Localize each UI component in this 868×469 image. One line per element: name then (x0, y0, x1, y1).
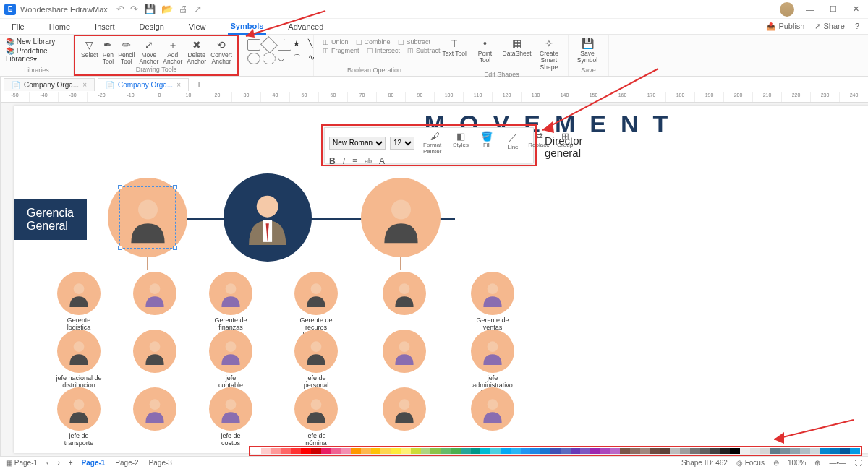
delete-anchor-tool[interactable]: ✖Delete Anchor (187, 39, 206, 66)
menu-view[interactable]: View (186, 20, 209, 34)
move-anchor-tool[interactable]: ⤢Move Anchor (139, 39, 158, 66)
bold-button[interactable]: B (329, 156, 336, 166)
select-tool[interactable]: ▽Select (81, 39, 98, 59)
color-swatch[interactable] (321, 448, 331, 454)
page-tab-1[interactable]: Page-1 (82, 459, 106, 467)
org-node[interactable]: Gerente logistica (50, 272, 108, 332)
prev-page[interactable]: ‹ (46, 459, 48, 467)
page-indicator[interactable]: ▦ Page-1 (6, 459, 38, 467)
node-director[interactable] (224, 173, 312, 262)
edit-tool-3[interactable]: ✧Create Smart Shape (536, 38, 562, 71)
color-swatch[interactable] (720, 448, 730, 454)
ft-replace[interactable]: ⇄Replace (527, 131, 550, 155)
next-page[interactable]: › (57, 459, 59, 467)
color-swatch[interactable] (351, 448, 361, 454)
edit-tool-1[interactable]: •Point Tool (472, 38, 498, 64)
new-library-button[interactable]: 📚 New Library (6, 38, 55, 46)
org-node[interactable] (375, 387, 433, 431)
node-gerencia-right[interactable] (361, 178, 441, 257)
pen-tool[interactable]: ✒Pen Tool (103, 39, 114, 66)
export-icon[interactable]: ↗ (194, 4, 202, 14)
new-tab-button[interactable]: + (192, 79, 206, 90)
org-node[interactable]: Gerente de finanzas (202, 272, 260, 332)
shape-picker[interactable]: ★╲ ◡⌒∿ (244, 36, 307, 67)
menu-symbols[interactable]: Symbols (228, 19, 267, 35)
color-swatch[interactable] (461, 448, 471, 454)
combine-button[interactable]: ◫ Combine (353, 38, 393, 46)
menu-insert[interactable]: Insert (92, 20, 118, 34)
font-color-button[interactable]: A (379, 156, 385, 166)
color-swatch[interactable] (561, 448, 571, 454)
color-swatch[interactable] (610, 448, 621, 454)
color-swatch[interactable] (401, 448, 411, 454)
color-swatch[interactable] (810, 448, 820, 454)
zoom-level[interactable]: 100% (788, 459, 807, 467)
color-swatch[interactable] (780, 448, 790, 454)
color-swatch[interactable] (251, 448, 261, 454)
zoom-slider[interactable]: —•— (829, 459, 846, 467)
org-node[interactable]: jefe contable (202, 330, 260, 390)
org-node[interactable]: jefe de nómina (287, 387, 345, 447)
color-swatch[interactable] (590, 448, 600, 454)
doc-tab-1[interactable]: 📄 Company Orga... × (4, 78, 95, 91)
color-swatch[interactable] (451, 448, 461, 454)
org-node[interactable] (464, 387, 522, 431)
color-swatch[interactable] (850, 448, 860, 454)
menu-advanced[interactable]: Advanced (285, 20, 326, 34)
color-swatch[interactable] (361, 448, 371, 454)
pencil-tool[interactable]: ✏Pencil Tool (118, 39, 135, 66)
save-symbol-button[interactable]: 💾Save Symbol (574, 38, 600, 64)
color-swatch[interactable] (501, 448, 511, 454)
color-swatch[interactable] (710, 448, 720, 454)
color-swatch[interactable] (471, 448, 481, 454)
ft-line[interactable]: ／Line (501, 131, 524, 155)
close-button[interactable]: ✕ (848, 4, 864, 14)
color-swatch[interactable] (490, 448, 501, 454)
edit-tool-0[interactable]: TText Tool (441, 38, 467, 57)
floating-format-toolbar[interactable]: New Roman 12 🖌Format Painter◧Styles🪣Fill… (324, 127, 534, 163)
page-tab-2[interactable]: Page-2 (115, 459, 138, 467)
color-swatch[interactable] (750, 448, 760, 454)
color-swatch[interactable] (840, 448, 850, 454)
color-swatch[interactable] (820, 448, 830, 454)
color-swatch[interactable] (680, 448, 690, 454)
org-node[interactable]: jefe nacional de distribucion (50, 330, 108, 390)
ft-format
painter[interactable]: 🖌Format Painter (423, 131, 446, 155)
share-button[interactable]: ↗ Share (814, 22, 844, 31)
color-swatch[interactable] (341, 448, 351, 454)
color-swatch[interactable] (690, 448, 700, 454)
color-swatch[interactable] (380, 448, 391, 454)
org-node[interactable] (375, 330, 433, 373)
ft-fill[interactable]: 🪣Fill (475, 131, 498, 155)
color-swatch[interactable] (430, 448, 441, 454)
color-swatch[interactable] (391, 448, 401, 454)
color-swatch[interactable] (371, 448, 381, 454)
edit-tool-2[interactable]: ▦DataSheet (503, 38, 532, 57)
color-swatch[interactable] (630, 448, 640, 454)
zoom-out[interactable]: ⊖ (773, 459, 779, 467)
menu-design[interactable]: Design (137, 20, 167, 34)
focus-button[interactable]: ◎ Focus (736, 459, 765, 467)
color-swatch[interactable] (600, 448, 610, 454)
color-palette-bar[interactable] (249, 446, 862, 456)
add-anchor-tool[interactable]: ＋Add Anchor (163, 39, 182, 66)
org-node[interactable]: Gerente de ventas (464, 272, 522, 332)
org-node[interactable]: jefe de costos (202, 387, 260, 447)
page-tab-3[interactable]: Page-3 (149, 459, 172, 467)
color-swatch[interactable] (670, 448, 680, 454)
org-node[interactable]: jefe de transporte (50, 387, 108, 447)
org-node[interactable] (126, 272, 184, 315)
color-swatch[interactable] (540, 448, 550, 454)
print-icon[interactable]: 🖨 (179, 4, 188, 14)
color-swatch[interactable] (281, 448, 291, 454)
zoom-in[interactable]: ⊕ (814, 459, 820, 467)
add-page[interactable]: + (69, 459, 73, 467)
color-swatch[interactable] (411, 448, 421, 454)
union-button[interactable]: ◫ Union (320, 38, 352, 46)
font-family-select[interactable]: New Roman (329, 137, 386, 150)
color-swatch[interactable] (550, 448, 561, 454)
color-swatch[interactable] (730, 448, 740, 454)
publish-button[interactable]: 📤 Publish (766, 22, 804, 31)
convert-anchor-tool[interactable]: ⟲Convert Anchor (210, 39, 232, 66)
color-swatch[interactable] (580, 448, 590, 454)
